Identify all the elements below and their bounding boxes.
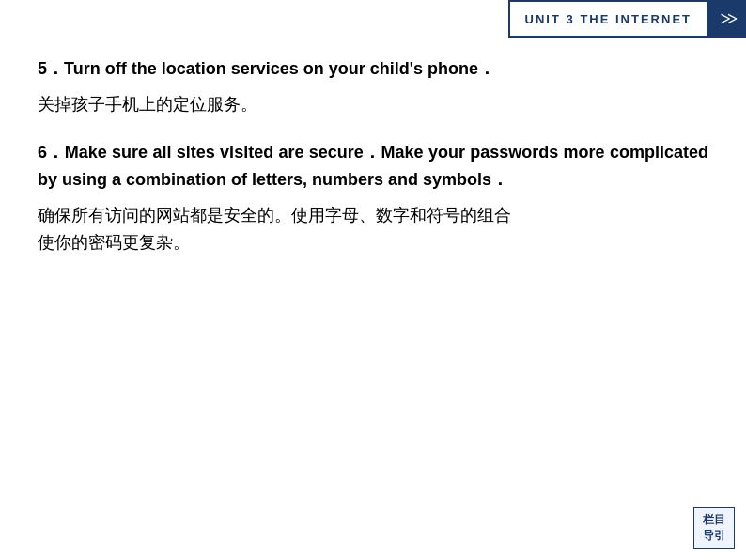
header-title-box: UNIT 3 THE INTERNET <box>508 0 708 38</box>
item6-chinese: 确保所有访问的网站都是安全的。使用字母、数字和符号的组合 使你的密码更复杂。 <box>38 202 708 257</box>
chevron-icon: >> <box>721 8 735 30</box>
item6-number: 6． <box>38 143 65 162</box>
item6-english: 6．Make sure all sites visited are secure… <box>38 139 708 194</box>
header-title: UNIT 3 THE INTERNET <box>525 12 692 26</box>
item6-english-text: Make sure all sites visited are secure．M… <box>38 143 708 189</box>
header-banner: UNIT 3 THE INTERNET >> <box>508 0 746 38</box>
header-chevron: >> <box>708 0 746 38</box>
item6-chinese-line2: 使你的密码更复杂。 <box>38 233 190 252</box>
nav-button[interactable]: 栏目 导引 <box>693 507 735 549</box>
item5-chinese: 关掉孩子手机上的定位服务。 <box>38 91 708 118</box>
nav-button-label: 栏目 导引 <box>703 512 725 544</box>
item5-number: 5． <box>38 59 64 78</box>
main-content: 5．Turn off the location services on your… <box>38 56 708 504</box>
item5-english-text: Turn off the location services on your c… <box>64 59 495 78</box>
item6-chinese-line1: 确保所有访问的网站都是安全的。使用字母、数字和符号的组合 <box>38 206 511 225</box>
item5-english: 5．Turn off the location services on your… <box>38 56 708 82</box>
